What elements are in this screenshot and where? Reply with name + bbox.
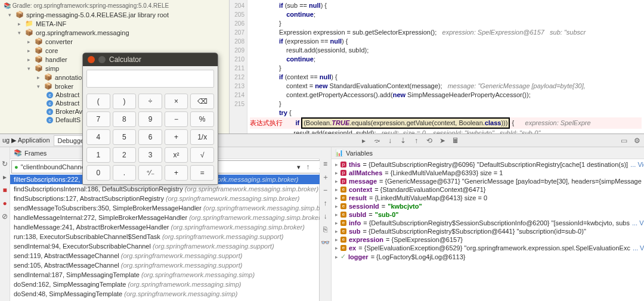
calculator-window[interactable]: Calculator ()÷×⌫789−%456+1/x123x²√0.⁺⁄₋+… [82,52,218,185]
resume-icon[interactable]: ▸ [359,136,369,145]
calc-button[interactable]: 6 [138,129,162,145]
editor[interactable]: if (sub == null) { continue; } Expressio… [247,0,644,134]
frames-gutter: ↻ ▸ ■ ● ⊘ [0,147,10,301]
jar-node[interactable]: ▾📦 spring-messaging-5.0.4.RELEASE.jar li… [1,10,228,19]
step-out-icon[interactable]: ↑ [411,136,421,145]
variable-item[interactable]: ▸ e expression = {SpelExpression@6157} [333,235,644,244]
layout-icon[interactable]: ▭ [619,136,628,145]
variable-item[interactable]: ▸ e sub = {DefaultSubscriptionRegistry$S… [333,227,644,235]
evaluate-icon[interactable]: 🖩 [451,136,460,145]
new-watch-icon[interactable]: ＋ [321,172,330,182]
stop-icon[interactable]: ■ [0,185,10,195]
calc-button[interactable]: % [190,111,214,127]
calc-button[interactable]: 1 [86,147,110,163]
frame-item[interactable]: handleMessage:241, AbstractBrokerMessage… [10,222,340,232]
copy-icon[interactable]: ⎘ [321,225,330,234]
down-icon[interactable]: ↓ [321,212,330,221]
breakpoints-icon[interactable]: ● [0,198,10,208]
calc-button[interactable]: 8 [113,111,137,127]
calc-button[interactable]: 9 [138,111,162,127]
prev-frame-icon[interactable]: ↑ [303,162,312,172]
variable-item[interactable]: ▸ e sessionId = "kwbcjvto" [333,202,644,210]
variable-item[interactable]: ▸ e ex = {SpelEvaluationException@6529} … [333,244,644,252]
variable-item[interactable]: ▸ p allMatches = {LinkedMultiValueMap@63… [333,169,644,177]
vars-gutter: ≡ ＋ − ↑ ↓ ⎘ 👓 [320,147,332,301]
calc-button[interactable]: √ [190,147,214,163]
restart-icon[interactable]: ↻ [0,159,10,169]
variables-panel: ≡ ＋ − ↑ ↓ ⎘ 👓 📊 Variables ▸ p this = {De… [320,147,644,301]
root-pkg-node[interactable]: ▾📦 org.springframework.messaging [1,28,228,37]
add-watch-icon[interactable]: ≡ [321,159,330,169]
calc-button[interactable]: 4 [86,129,110,145]
calc-button[interactable]: . [113,165,137,181]
variables-header: 📊 Variables [332,147,644,159]
step-over-icon[interactable]: ⤼ [372,136,382,145]
meta-inf-node[interactable]: ▸📁 META-INF [1,19,228,28]
calc-button[interactable]: 3 [138,147,162,163]
settings-icon[interactable]: ⚙ [632,136,642,145]
frame-item[interactable]: findSubscriptionsInternal:186, DefaultSu… [10,184,340,194]
calc-button[interactable]: + [165,129,188,145]
variable-item[interactable]: ▸ p message = {GenericMessage@6371} "Gen… [333,177,644,185]
close-icon[interactable] [88,56,95,63]
debug-label: ug ▶ Application [2,136,50,144]
frame-item[interactable]: doSend:162, SimpMessagingTemplate (org.s… [10,280,340,289]
code: if (sub == null) { continue; } Expressio… [247,0,644,134]
frame-item[interactable]: sendInternal:94, ExecutorSubscribableCha… [10,241,340,251]
frame-item[interactable]: handleMessageInternal:272, SimpleBrokerM… [10,213,340,222]
frame-item[interactable]: findSubscriptions:127, AbstractSubscript… [10,194,340,203]
calc-button[interactable]: ( [86,94,110,109]
variable-item[interactable]: ▸ e subId = "sub-0" [333,210,644,219]
frame-item[interactable]: send:119, AbstractMessageChannel (org.sp… [10,251,340,260]
frame-item[interactable]: run:138, ExecutorSubscribableChannel$Sen… [10,232,340,241]
calc-button[interactable]: x² [165,147,188,163]
frame-item[interactable]: sendMessageToSubscribers:350, SimpleBrok… [10,203,340,213]
calc-button[interactable]: ⁺⁄₋ [138,165,162,181]
variable-item[interactable]: ▸ e info = {DefaultSubscriptionRegistry$… [333,219,644,227]
calc-button[interactable]: ⌫ [190,94,214,109]
calculator-display [86,70,214,88]
step-into-force-icon[interactable]: ⇣ [398,136,408,145]
calc-button[interactable]: + [165,165,188,181]
calc-button[interactable]: × [165,94,188,109]
frame-item[interactable]: sendInternal:187, SimpMessagingTemplate … [10,270,340,280]
tree-header: 📚 Gradle: org.springframework:spring-mes… [1,1,228,10]
glasses-icon[interactable]: 👓 [321,238,330,247]
calculator-title: Calculator [109,55,141,64]
remove-watch-icon[interactable]: − [321,185,330,195]
calculator-titlebar[interactable]: Calculator [83,53,218,66]
calc-button[interactable]: 5 [113,129,137,145]
up-icon[interactable]: ↑ [321,198,330,208]
frame-item[interactable]: doSend:48, SimpMessagingTemplate (org.sp… [10,289,340,299]
pkg-node[interactable]: ▸📦 converter [1,37,228,46]
calc-button[interactable]: ÷ [138,94,162,109]
step-into-icon[interactable]: ↓ [385,136,395,145]
mute-icon[interactable]: ⊘ [0,212,10,221]
variable-item[interactable]: ▸ p this = {DefaultSubscriptionRegistry@… [333,160,644,169]
calc-button[interactable]: ) [113,94,137,109]
calc-button[interactable]: = [190,165,214,181]
run-to-cursor-icon[interactable]: ➤ [438,136,447,145]
variable-list[interactable]: ▸ p this = {DefaultSubscriptionRegistry@… [332,159,644,301]
variable-item[interactable]: ▸ ✓ logger = {LogFactory$Log4jLog@6113} [333,252,644,261]
calc-button[interactable]: 7 [86,111,110,127]
drop-frame-icon[interactable]: ⟲ [425,136,434,145]
resume-icon[interactable]: ▸ [0,172,10,182]
variable-item[interactable]: ▸ e context = {StandardEvaluationContext… [333,185,644,194]
calc-button[interactable]: 0 [86,165,110,181]
calculator-keypad: ()÷×⌫789−%456+1/x123x²√0.⁺⁄₋+= [83,91,218,184]
calc-button[interactable]: 2 [113,147,137,163]
calc-button[interactable]: − [165,111,188,127]
variable-item[interactable]: ▸ e result = {LinkedMultiValueMap@6413} … [333,194,644,202]
calc-button[interactable]: 1/x [190,129,214,145]
line-gutter: 204205206207208209210211212213214215 [230,0,247,134]
frame-list[interactable]: filterSubscriptions:222, DefaultSubscrip… [10,175,340,301]
frame-item[interactable]: send:105, AbstractMessageChannel (org.sp… [10,260,340,270]
minimize-icon[interactable] [98,56,106,63]
chevron-down-icon: ▾ [297,163,301,171]
